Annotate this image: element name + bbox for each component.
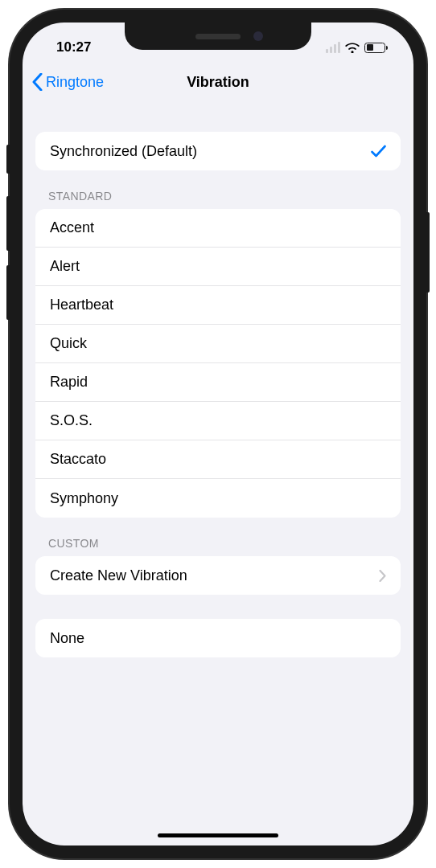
status-indicators [326, 42, 389, 53]
chevron-left-icon [32, 73, 43, 91]
vibration-option-heartbeat[interactable]: Heartbeat [35, 286, 401, 325]
power-button [426, 212, 430, 293]
phone-frame: 10:27 [10, 10, 426, 858]
vibration-option-accent[interactable]: Accent [35, 209, 401, 248]
option-label: Synchronized (Default) [50, 143, 197, 160]
front-camera [253, 31, 263, 41]
default-group: Synchronized (Default) [35, 132, 401, 170]
speaker [195, 34, 241, 39]
custom-group: Create New Vibration [35, 556, 401, 595]
vibration-option-staccato[interactable]: Staccato [35, 440, 401, 479]
cellular-signal-icon [326, 42, 341, 53]
home-indicator[interactable] [158, 833, 278, 837]
screen: 10:27 [23, 23, 413, 845]
create-new-vibration-button[interactable]: Create New Vibration [35, 556, 401, 595]
volume-down-button [6, 265, 10, 320]
option-label: Heartbeat [50, 297, 113, 313]
none-group: None [35, 619, 401, 657]
notch [125, 23, 311, 50]
back-button[interactable]: Ringtone [32, 73, 104, 91]
vibration-option-sos[interactable]: S.O.S. [35, 402, 401, 440]
option-label: Alert [50, 258, 80, 275]
section-header-custom: CUSTOM [35, 518, 401, 556]
back-label: Ringtone [46, 74, 104, 91]
option-label: Quick [50, 335, 87, 352]
volume-up-button [6, 196, 10, 251]
create-label: Create New Vibration [50, 567, 187, 584]
chevron-right-icon [379, 570, 386, 582]
vibration-option-default[interactable]: Synchronized (Default) [35, 132, 401, 170]
navigation-bar: Ringtone Vibration [23, 61, 413, 103]
status-time: 10:27 [48, 39, 91, 55]
option-label: Rapid [50, 374, 88, 391]
option-label: None [50, 630, 84, 647]
wifi-icon [345, 43, 360, 53]
checkmark-icon [371, 145, 386, 158]
vibration-option-rapid[interactable]: Rapid [35, 363, 401, 402]
vibration-option-symphony[interactable]: Symphony [35, 479, 401, 518]
vibration-option-none[interactable]: None [35, 619, 401, 657]
mute-switch [6, 145, 10, 174]
vibration-option-alert[interactable]: Alert [35, 248, 401, 286]
option-label: S.O.S. [50, 412, 93, 429]
standard-group: Accent Alert Heartbeat Quick Rapid S.O.S… [35, 209, 401, 518]
content-scroll[interactable]: Synchronized (Default) STANDARD Accent A… [23, 103, 413, 657]
option-label: Staccato [50, 451, 106, 468]
option-label: Symphony [50, 490, 118, 507]
battery-icon [364, 43, 388, 53]
option-label: Accent [50, 219, 94, 236]
section-header-standard: STANDARD [35, 170, 401, 209]
vibration-option-quick[interactable]: Quick [35, 325, 401, 363]
